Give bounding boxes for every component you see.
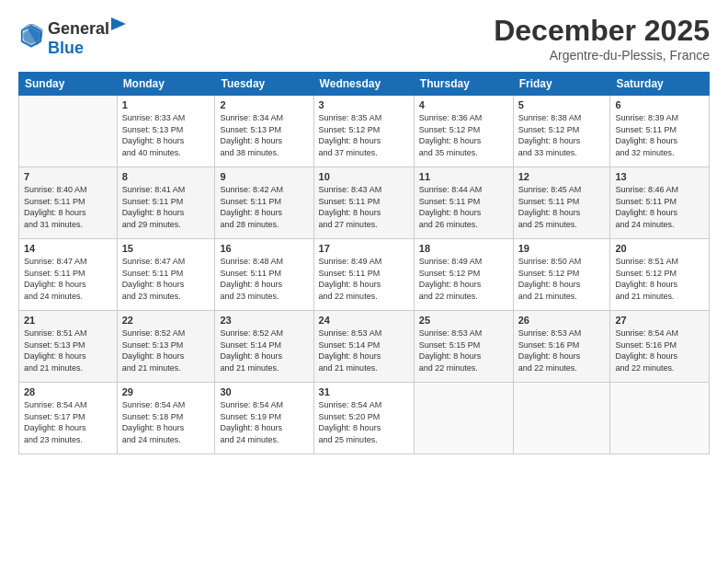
day-number: 8 <box>122 171 210 182</box>
day-number: 27 <box>615 315 704 326</box>
calendar-day-cell: 19Sunrise: 8:50 AMSunset: 5:12 PMDayligh… <box>513 239 610 311</box>
title-block: December 2025 Argentre-du-Plessis, Franc… <box>494 14 710 63</box>
day-number: 14 <box>24 243 112 254</box>
logo-blue: Blue <box>48 39 84 57</box>
day-number: 20 <box>615 243 704 254</box>
logo-icon <box>18 23 44 49</box>
day-info: Sunrise: 8:44 AMSunset: 5:11 PMDaylight:… <box>419 184 508 230</box>
day-number: 9 <box>220 171 308 182</box>
calendar-day-cell: 9Sunrise: 8:42 AMSunset: 5:11 PMDaylight… <box>215 167 313 239</box>
day-number: 5 <box>518 99 606 110</box>
calendar-day-cell: 6Sunrise: 8:39 AMSunset: 5:11 PMDaylight… <box>610 96 710 167</box>
day-number: 25 <box>419 315 508 326</box>
calendar-day-cell: 4Sunrise: 8:36 AMSunset: 5:12 PMDaylight… <box>414 96 513 167</box>
calendar-day-cell: 26Sunrise: 8:53 AMSunset: 5:16 PMDayligh… <box>513 311 610 383</box>
calendar-day-cell: 20Sunrise: 8:51 AMSunset: 5:12 PMDayligh… <box>610 239 710 311</box>
day-number: 24 <box>319 315 409 326</box>
day-number: 26 <box>518 315 606 326</box>
calendar-week-row: 1Sunrise: 8:33 AMSunset: 5:13 PMDaylight… <box>19 96 710 167</box>
calendar-day-cell: 28Sunrise: 8:54 AMSunset: 5:17 PMDayligh… <box>19 383 118 454</box>
weekday-header-thursday: Thursday <box>414 73 513 96</box>
calendar-day-cell: 27Sunrise: 8:54 AMSunset: 5:16 PMDayligh… <box>610 311 710 383</box>
calendar-day-cell <box>513 383 610 454</box>
day-number: 29 <box>122 386 210 397</box>
weekday-header-tuesday: Tuesday <box>215 73 313 96</box>
day-info: Sunrise: 8:53 AMSunset: 5:15 PMDaylight:… <box>419 327 508 373</box>
calendar-day-cell: 18Sunrise: 8:49 AMSunset: 5:12 PMDayligh… <box>414 239 513 311</box>
day-info: Sunrise: 8:54 AMSunset: 5:19 PMDaylight:… <box>220 399 308 445</box>
day-number: 18 <box>419 243 508 254</box>
calendar-day-cell: 2Sunrise: 8:34 AMSunset: 5:13 PMDaylight… <box>215 96 313 167</box>
logo-arrow-icon <box>109 14 128 34</box>
logo-text: General Blue <box>48 14 128 58</box>
day-info: Sunrise: 8:54 AMSunset: 5:20 PMDaylight:… <box>319 399 409 445</box>
day-info: Sunrise: 8:39 AMSunset: 5:11 PMDaylight:… <box>615 112 704 158</box>
calendar-page: General Blue December 2025 Argentre-du-P… <box>0 0 728 563</box>
day-info: Sunrise: 8:34 AMSunset: 5:13 PMDaylight:… <box>220 112 308 158</box>
day-number: 21 <box>24 315 112 326</box>
calendar-day-cell: 13Sunrise: 8:46 AMSunset: 5:11 PMDayligh… <box>610 167 710 239</box>
day-info: Sunrise: 8:53 AMSunset: 5:16 PMDaylight:… <box>518 327 606 373</box>
calendar-day-cell: 15Sunrise: 8:47 AMSunset: 5:11 PMDayligh… <box>117 239 215 311</box>
calendar-day-cell: 10Sunrise: 8:43 AMSunset: 5:11 PMDayligh… <box>313 167 414 239</box>
calendar-day-cell: 22Sunrise: 8:52 AMSunset: 5:13 PMDayligh… <box>117 311 215 383</box>
day-number: 4 <box>419 99 508 110</box>
day-number: 30 <box>220 386 308 397</box>
day-info: Sunrise: 8:41 AMSunset: 5:11 PMDaylight:… <box>122 184 210 230</box>
weekday-header-friday: Friday <box>513 73 610 96</box>
weekday-header-row: SundayMondayTuesdayWednesdayThursdayFrid… <box>19 73 710 96</box>
calendar-day-cell: 14Sunrise: 8:47 AMSunset: 5:11 PMDayligh… <box>19 239 118 311</box>
day-number: 23 <box>220 315 308 326</box>
day-number: 6 <box>615 99 704 110</box>
day-info: Sunrise: 8:42 AMSunset: 5:11 PMDaylight:… <box>220 184 308 230</box>
day-number: 22 <box>122 315 210 326</box>
day-number: 7 <box>24 171 112 182</box>
header: General Blue December 2025 Argentre-du-P… <box>18 14 710 63</box>
calendar-day-cell <box>19 96 118 167</box>
calendar-day-cell <box>414 383 513 454</box>
day-number: 13 <box>615 171 704 182</box>
calendar-day-cell: 30Sunrise: 8:54 AMSunset: 5:19 PMDayligh… <box>215 383 313 454</box>
day-number: 1 <box>122 99 210 110</box>
day-info: Sunrise: 8:49 AMSunset: 5:12 PMDaylight:… <box>419 256 508 302</box>
svg-marker-4 <box>111 17 126 30</box>
day-number: 3 <box>319 99 409 110</box>
weekday-header-monday: Monday <box>117 73 215 96</box>
day-info: Sunrise: 8:46 AMSunset: 5:11 PMDaylight:… <box>615 184 704 230</box>
calendar-day-cell: 11Sunrise: 8:44 AMSunset: 5:11 PMDayligh… <box>414 167 513 239</box>
day-number: 28 <box>24 386 112 397</box>
day-info: Sunrise: 8:52 AMSunset: 5:14 PMDaylight:… <box>220 327 308 373</box>
day-info: Sunrise: 8:38 AMSunset: 5:12 PMDaylight:… <box>518 112 606 158</box>
calendar-subtitle: Argentre-du-Plessis, France <box>494 48 710 63</box>
calendar-day-cell: 1Sunrise: 8:33 AMSunset: 5:13 PMDaylight… <box>117 96 215 167</box>
day-info: Sunrise: 8:51 AMSunset: 5:12 PMDaylight:… <box>615 256 704 302</box>
day-number: 16 <box>220 243 308 254</box>
calendar-day-cell: 12Sunrise: 8:45 AMSunset: 5:11 PMDayligh… <box>513 167 610 239</box>
day-info: Sunrise: 8:47 AMSunset: 5:11 PMDaylight:… <box>122 256 210 302</box>
calendar-title: December 2025 <box>494 14 710 48</box>
weekday-header-wednesday: Wednesday <box>313 73 414 96</box>
day-info: Sunrise: 8:51 AMSunset: 5:13 PMDaylight:… <box>24 327 112 373</box>
logo: General Blue <box>18 14 128 58</box>
day-number: 12 <box>518 171 606 182</box>
day-info: Sunrise: 8:40 AMSunset: 5:11 PMDaylight:… <box>24 184 112 230</box>
calendar-day-cell: 29Sunrise: 8:54 AMSunset: 5:18 PMDayligh… <box>117 383 215 454</box>
day-info: Sunrise: 8:45 AMSunset: 5:11 PMDaylight:… <box>518 184 606 230</box>
day-info: Sunrise: 8:50 AMSunset: 5:12 PMDaylight:… <box>518 256 606 302</box>
calendar-day-cell: 8Sunrise: 8:41 AMSunset: 5:11 PMDaylight… <box>117 167 215 239</box>
day-info: Sunrise: 8:52 AMSunset: 5:13 PMDaylight:… <box>122 327 210 373</box>
day-number: 17 <box>319 243 409 254</box>
calendar-day-cell: 17Sunrise: 8:49 AMSunset: 5:11 PMDayligh… <box>313 239 414 311</box>
day-number: 2 <box>220 99 308 110</box>
day-number: 19 <box>518 243 606 254</box>
calendar-day-cell <box>610 383 710 454</box>
calendar-day-cell: 5Sunrise: 8:38 AMSunset: 5:12 PMDaylight… <box>513 96 610 167</box>
day-info: Sunrise: 8:48 AMSunset: 5:11 PMDaylight:… <box>220 256 308 302</box>
day-number: 31 <box>319 386 409 397</box>
day-info: Sunrise: 8:43 AMSunset: 5:11 PMDaylight:… <box>319 184 409 230</box>
calendar-week-row: 21Sunrise: 8:51 AMSunset: 5:13 PMDayligh… <box>19 311 710 383</box>
day-number: 10 <box>319 171 409 182</box>
day-info: Sunrise: 8:47 AMSunset: 5:11 PMDaylight:… <box>24 256 112 302</box>
calendar-day-cell: 7Sunrise: 8:40 AMSunset: 5:11 PMDaylight… <box>19 167 118 239</box>
calendar-day-cell: 16Sunrise: 8:48 AMSunset: 5:11 PMDayligh… <box>215 239 313 311</box>
